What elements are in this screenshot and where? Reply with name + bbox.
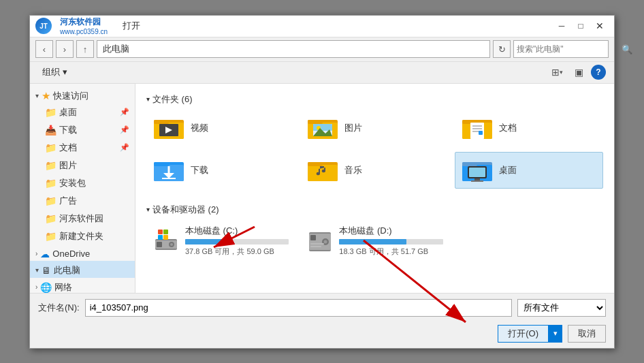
search-input[interactable]	[517, 44, 619, 54]
svg-rect-44	[163, 235, 168, 240]
folder-icon-hedong: 📁	[45, 213, 57, 224]
folders-grid: 视频 图片	[146, 110, 603, 189]
sidebar-item-pictures[interactable]: 📁 图片	[30, 157, 135, 174]
drive-bar-d	[339, 239, 442, 244]
sidebar-item-install[interactable]: 📁 安装包	[30, 174, 135, 192]
app-icon: JT	[35, 18, 52, 34]
folders-section-label: 文件夹 (6)	[152, 93, 193, 106]
open-button[interactable]: 打开(O)	[498, 325, 549, 343]
pin-icon-doc: 📌	[120, 143, 129, 152]
drives-grid: 本地磁盘 (C:) 37.8 GB 可用，共 59.0 GB	[146, 220, 603, 262]
sidebar-network[interactable]: › 🌐 网络	[30, 278, 135, 293]
network-icon: 🌐	[40, 282, 52, 293]
sidebar-label-hedong: 河东软件园	[59, 212, 103, 225]
drive-icon-c	[152, 227, 180, 254]
file-area: ▾ 文件夹 (6)	[135, 84, 614, 293]
drive-info-d: 本地磁盘 (D:) 18.3 GB 可用，共 51.7 GB	[339, 225, 442, 257]
minimize-button[interactable]: ─	[553, 19, 570, 33]
folder-icon-pic: 📁	[45, 160, 57, 171]
help-button[interactable]: ?	[591, 65, 606, 80]
folder-item-picture[interactable]: 图片	[300, 110, 449, 146]
folders-section-header: ▾ 文件夹 (6)	[146, 89, 603, 110]
svg-rect-33	[469, 168, 485, 177]
refresh-button[interactable]: ↻	[493, 40, 511, 58]
forward-button[interactable]: ›	[56, 40, 74, 58]
sidebar-thispc[interactable]: ▾ 🖥 此电脑	[30, 261, 135, 278]
search-box[interactable]: 🔍	[513, 40, 609, 58]
address-path[interactable]: 此电脑	[97, 40, 490, 58]
folder-label-document: 文档	[499, 122, 517, 134]
cancel-button[interactable]: 取消	[568, 325, 606, 343]
folder-item-video[interactable]: 视频	[146, 110, 295, 146]
folder-thumb-picture	[306, 114, 339, 142]
pin-icon-dl: 📌	[120, 125, 129, 134]
svg-point-40	[170, 243, 173, 246]
folder-icon: 📁	[45, 107, 57, 118]
view-icon: ⊞	[551, 67, 560, 78]
open-dialog: JT 河东软件园 www.pc0359.cn 打开 ─ □ ✕ ‹ › ↑ 此电…	[29, 15, 615, 349]
sidebar-onedrive[interactable]: › ☁ OneDrive	[30, 245, 135, 261]
svg-rect-50	[310, 243, 324, 244]
sidebar-item-ads[interactable]: 📁 广告	[30, 192, 135, 210]
folder-item-document[interactable]: 文档	[455, 110, 603, 146]
filename-input[interactable]	[85, 299, 512, 317]
svg-rect-42	[163, 230, 168, 234]
svg-rect-31	[462, 162, 477, 166]
chevron-folders: ▾	[146, 95, 150, 103]
quick-access-label: 快速访问	[53, 90, 88, 102]
sidebar-item-documents[interactable]: 📁 文档 📌	[30, 139, 135, 157]
drive-capacity-d: 18.3 GB 可用，共 51.7 GB	[339, 247, 442, 257]
svg-point-49	[324, 240, 327, 244]
sidebar-item-desktop[interactable]: 📁 桌面 📌	[30, 104, 135, 121]
main-content: ▾ ★ 快速访问 📁 桌面 📌 📥 下载 📌 📁 文档 📌 📁 图	[30, 84, 614, 293]
sidebar-label-documents: 文档	[59, 142, 77, 154]
svg-rect-28	[308, 162, 323, 166]
sidebar-label-new-folder: 新建文件夹	[59, 230, 103, 242]
svg-rect-19	[479, 131, 483, 135]
organize-label: 组织 ▾	[42, 66, 67, 78]
pane-icon: ▣	[575, 67, 583, 78]
svg-rect-22	[154, 162, 169, 166]
sidebar-item-new-folder[interactable]: 📁 新建文件夹	[30, 227, 135, 245]
organize-button[interactable]: 组织 ▾	[38, 65, 71, 80]
folder-item-music[interactable]: 音乐	[300, 152, 449, 189]
devices-section-label: 设备和驱动器 (2)	[152, 204, 219, 216]
toolbar: 组织 ▾ ⊞ ▾ ▣ ?	[30, 62, 614, 84]
folder-thumb-download	[152, 157, 185, 184]
drive-item-d[interactable]: 本地磁盘 (D:) 18.3 GB 可用，共 51.7 GB	[300, 220, 449, 262]
star-icon: ★	[42, 90, 50, 102]
folder-label-download: 下载	[191, 164, 208, 176]
folder-label-desktop: 桌面	[499, 164, 517, 176]
folder-thumb-desktop	[461, 157, 494, 184]
sidebar-quick-access[interactable]: ▾ ★ 快速访问	[30, 86, 135, 104]
close-button[interactable]: ✕	[591, 19, 609, 33]
sidebar-item-downloads[interactable]: 📥 下载 📌	[30, 121, 135, 139]
action-row: 打开(O) ▾ 取消	[30, 322, 614, 348]
back-button[interactable]: ‹	[35, 40, 53, 58]
pane-button[interactable]: ▣	[569, 64, 588, 80]
titlebar-controls: ─ □ ✕	[553, 19, 609, 33]
sidebar-item-hedong[interactable]: 📁 河东软件园	[30, 210, 135, 227]
chevron-icon: ▾	[35, 92, 39, 99]
folder-item-desktop[interactable]: 桌面	[455, 152, 603, 189]
view-button[interactable]: ⊞ ▾	[547, 64, 566, 80]
chevron-thispc: ▾	[35, 266, 39, 274]
drive-bar-fill-c	[185, 239, 223, 244]
folder-label-picture: 图片	[344, 122, 362, 134]
drive-name-c: 本地磁盘 (C:)	[185, 225, 289, 237]
up-button[interactable]: ↑	[76, 40, 94, 58]
watermark-site: 河东软件园	[60, 16, 108, 28]
folder-icon-doc: 📁	[45, 142, 57, 153]
maximize-button[interactable]: □	[572, 19, 590, 33]
onedrive-label: OneDrive	[52, 249, 90, 259]
svg-rect-2	[154, 120, 169, 124]
folder-item-download[interactable]: 下载	[146, 152, 295, 189]
sidebar-label-pictures: 图片	[59, 159, 77, 172]
sidebar-label-ads: 广告	[59, 195, 77, 207]
drive-item-c[interactable]: 本地磁盘 (C:) 37.8 GB 可用，共 59.0 GB	[146, 220, 295, 262]
folder-down-icon: 📥	[45, 125, 57, 136]
watermark-url: www.pc0359.cn	[60, 28, 108, 35]
open-dropdown-button[interactable]: ▾	[549, 325, 562, 343]
dialog-title: 打开	[123, 20, 140, 32]
filetype-select[interactable]: 所有文件	[517, 299, 606, 317]
